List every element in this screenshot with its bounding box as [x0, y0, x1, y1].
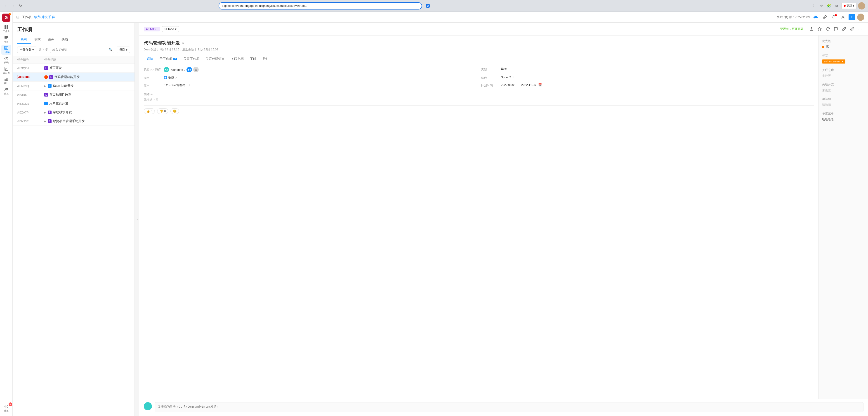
item-id-4: #I63QDS [17, 102, 44, 106]
bookmark-button[interactable]: ☆ [818, 3, 825, 9]
iteration-row: 迭代 Sprint 2 ↗ [481, 76, 814, 80]
topbar-bulb-icon[interactable] [839, 14, 846, 21]
work-items-panel: 工作项 所有 需求 任务 缺陷 全部任务 ▾ 共 7 项 [13, 23, 135, 416]
comment-input[interactable] [155, 402, 864, 412]
detail-tab-time[interactable]: 工时 [247, 55, 259, 63]
tag-text: enhancement [824, 60, 840, 63]
type-text: Epic [501, 67, 506, 70]
tag-item[interactable]: enhancement ✕ [822, 59, 845, 63]
sidebar-logo[interactable]: G [2, 13, 10, 22]
filter-type-dropdown[interactable]: 全部任务 ▾ [17, 47, 36, 53]
expand-arrow-2[interactable]: ▶ [44, 85, 46, 87]
detail-star-icon[interactable] [816, 26, 823, 32]
topbar-breadcrumb-link[interactable]: 续费/升级/扩容 [34, 15, 55, 19]
update-button[interactable]: 更新 ▾ [841, 3, 857, 9]
extensions-button[interactable]: 🧩 [826, 3, 832, 9]
sidebar-item-wiki[interactable]: 知识库 [1, 65, 11, 76]
detail-message-icon[interactable] [833, 26, 839, 32]
work-item-row-6[interactable]: #I5N33E ▶ E 敏捷项目管理系统开发 [13, 117, 134, 126]
work-item-row[interactable]: #I63QDA E 首页开发 [13, 64, 134, 72]
comment-input-wrap [155, 402, 864, 413]
refresh-button[interactable]: ↻ [17, 3, 24, 9]
sidebar-item-code[interactable]: 代码 [1, 55, 11, 65]
detail-tab-docs[interactable]: 关联文档 [228, 55, 247, 63]
planned-time-row: 计划时间 2022.08.01 → 2022.11.05 📅 [481, 83, 814, 88]
work-item-row-4[interactable]: #I63QDS T 用户主页开发 [13, 99, 134, 108]
work-item-row-5[interactable]: #I5ZA7P ▶ E 帮助模块开发 [13, 108, 134, 117]
priority-value[interactable]: 高 [822, 45, 864, 49]
item-id-0: #I63QDA [17, 66, 44, 70]
tab-tasks[interactable]: 任务 [44, 36, 58, 44]
item-title-2: Scan 功能开发 [53, 84, 74, 88]
detail-title-edit-icon[interactable]: ✏ [182, 41, 184, 45]
toggle-panel-button[interactable]: › [135, 23, 139, 416]
detail-attach-icon[interactable] [849, 26, 855, 32]
svg-rect-6 [4, 38, 7, 39]
detail-status-dropdown[interactable]: Todo ▾ [162, 26, 179, 32]
item-type-icon-4: T [44, 102, 48, 106]
detail-tab-code-review[interactable]: 关联代码评审 [203, 55, 228, 63]
desc-edit-icon[interactable]: ✏ [151, 93, 153, 96]
search-input[interactable] [50, 47, 114, 53]
detail-more-icon[interactable]: ··· [857, 26, 864, 32]
work-item-row-selected[interactable]: #I5N38E 1 E 代码管理功能开发 [13, 72, 134, 82]
single-select-placeholder[interactable]: 请选择 [822, 103, 864, 107]
detail-upload-icon[interactable] [808, 26, 815, 32]
topbar-link-icon[interactable] [822, 14, 828, 21]
version-external-link-icon[interactable]: ↗ [188, 84, 191, 87]
work-item-row-3[interactable]: #I63R5L E 首页易用性改造 [13, 90, 134, 99]
project-filter-dropdown[interactable]: 项目 ▾ [117, 47, 130, 53]
tab-all[interactable]: 所有 [17, 36, 31, 44]
more-dots: ··· [858, 27, 863, 31]
project-link[interactable]: 敏捷 ↗ [164, 76, 177, 80]
topbar-plus-button[interactable]: + [848, 14, 855, 20]
date-range: 2022.08.01 → 2022.11.05 📅 [501, 83, 542, 87]
single-menu-value[interactable]: 哈哈哈哈 [822, 117, 864, 121]
item-type-icon-3: E [44, 93, 48, 96]
thumbs-down-button[interactable]: 👎 0 [157, 108, 168, 114]
detail-tab-attachments[interactable]: 附件 [259, 55, 272, 63]
repo-section-label: 关联仓库 [822, 68, 864, 72]
sidebar-settings-button[interactable]: 10 迭更 [1, 403, 11, 413]
detail-tab-info[interactable]: 详情 [144, 55, 156, 63]
topbar-workitem-icon: ⊞ [16, 15, 19, 19]
sidebar-item-workbench[interactable]: 工作台 [1, 24, 11, 34]
tab-requirements[interactable]: 需求 [31, 36, 44, 44]
detail-tab-subtasks[interactable]: 子工作项 2 [156, 55, 180, 63]
iteration-external-link-icon[interactable]: ↗ [512, 76, 514, 79]
back-button[interactable]: ← [3, 3, 9, 9]
topbar-user-avatar[interactable] [857, 13, 864, 21]
iteration-link[interactable]: Sprint 2 ↗ [501, 76, 514, 79]
detail-refresh-icon[interactable] [825, 26, 831, 32]
tag-close-icon[interactable]: ✕ [841, 60, 844, 63]
related-branch-section: 关联分支 未设置 [822, 83, 864, 92]
project-external-link-icon[interactable]: ↗ [175, 76, 177, 79]
work-item-row-2[interactable]: #I5N39Q ▶ T Scan 功能开发 [13, 82, 134, 90]
calendar-icon[interactable]: 📅 [538, 83, 542, 87]
subtasks-label: 子工作项 [160, 57, 172, 61]
version-link[interactable]: 0.2 - 代码管理功... ↗ [164, 83, 191, 87]
sidebar-label-wiki: 知识库 [3, 71, 10, 75]
sidebar-item-projects[interactable]: 项目 [1, 34, 11, 44]
detail-link2-icon[interactable] [841, 26, 847, 32]
detail-tab-related[interactable]: 关联工作项 [180, 55, 203, 63]
item-title-wrap-5: ▶ E 帮助模块开发 [44, 110, 130, 114]
sidebar-item-members[interactable]: 成员 [1, 86, 11, 96]
forward-button[interactable]: → [10, 3, 16, 9]
tab-bugs[interactable]: 缺陷 [58, 36, 71, 44]
assignee-separator: / [184, 68, 185, 71]
sidebar-item-workitems[interactable]: 工作项 [1, 45, 11, 55]
expand-arrow-5[interactable]: ▶ [44, 111, 46, 114]
thumbs-up-button[interactable]: 👍 0 [144, 108, 155, 114]
topbar-cloud-icon[interactable] [812, 14, 819, 21]
user-avatar-button[interactable] [858, 2, 865, 9]
topbar-notification-icon[interactable] [831, 14, 837, 21]
expand-arrow-6[interactable]: ▶ [44, 120, 46, 122]
emoji-button[interactable]: 😊 [170, 108, 179, 114]
address-bar[interactable] [219, 2, 422, 9]
sidebar-item-stats[interactable]: 统计 [1, 76, 11, 86]
assignee-name: Katherine [170, 68, 183, 71]
split-view-button[interactable]: ⧉ [834, 3, 840, 9]
svg-point-21 [6, 406, 7, 407]
share-button[interactable]: ⤴ [811, 3, 817, 9]
